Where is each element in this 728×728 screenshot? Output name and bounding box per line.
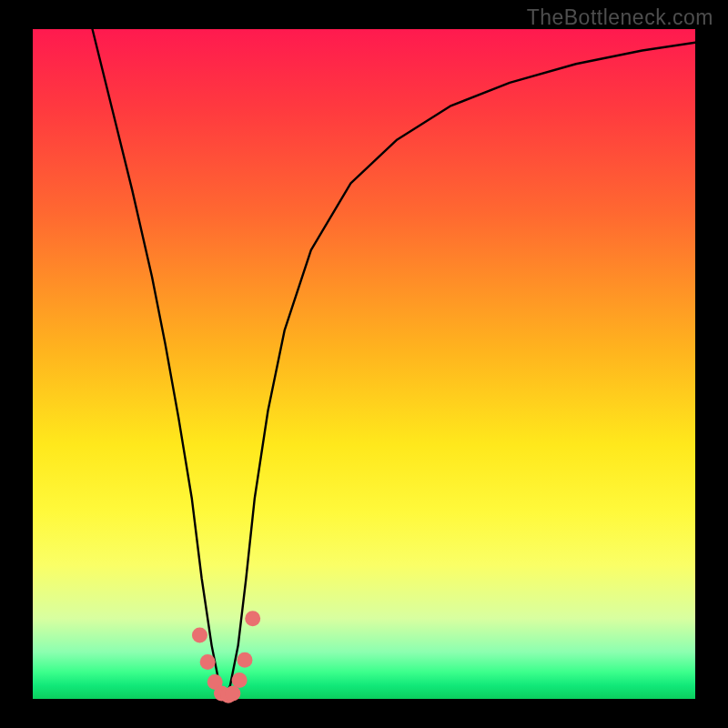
marker-dot — [245, 611, 260, 626]
marker-dot — [232, 672, 248, 688]
marker-dot — [192, 628, 207, 643]
marker-dot — [237, 652, 252, 668]
chart-svg — [33, 29, 695, 699]
curve-path — [93, 29, 695, 697]
marker-dot — [225, 686, 240, 702]
curve-markers — [192, 611, 260, 703]
chart-frame: TheBottleneck.com — [0, 0, 728, 728]
watermark-label: TheBottleneck.com — [527, 5, 713, 30]
marker-dot — [200, 654, 216, 670]
plot-area — [33, 29, 695, 699]
